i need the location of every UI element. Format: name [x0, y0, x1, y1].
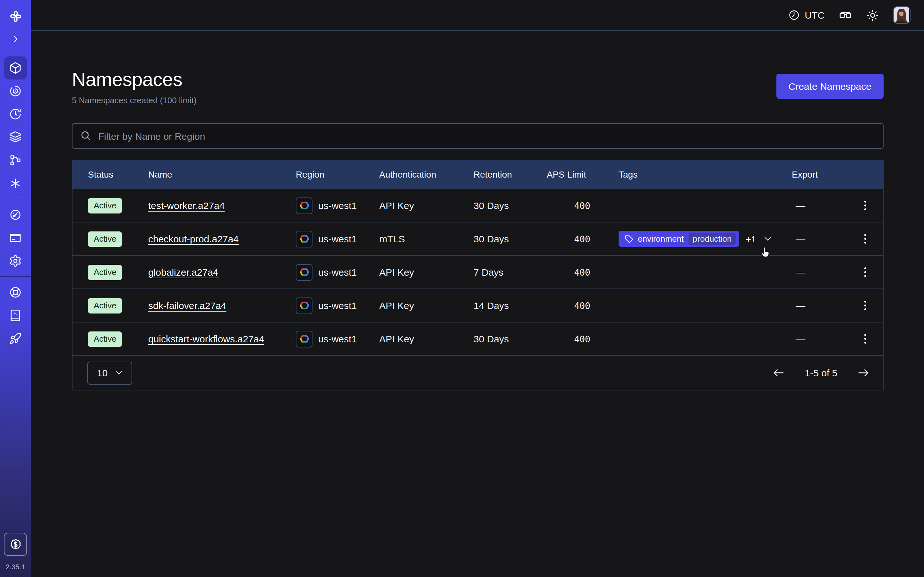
auth-value: API Key [379, 300, 473, 311]
tag-key: environment [638, 234, 684, 243]
sidebar-item-settings[interactable] [4, 250, 27, 272]
gcp-cloud-icon [296, 297, 312, 314]
namespaces-table: Status Name Region Authentication Retent… [72, 160, 884, 390]
deployments-layers-icon [9, 131, 22, 143]
user-avatar[interactable] [893, 6, 911, 24]
retention-value: 30 Days [473, 200, 547, 211]
billing-card-icon [9, 231, 22, 244]
sidebar-item-usage[interactable] [4, 203, 27, 226]
search-icon [79, 129, 92, 142]
row-actions-button[interactable] [858, 297, 873, 314]
namespace-count: 5 Namespaces created (100 limit) [72, 95, 197, 105]
sidebar-item-schedules[interactable] [4, 103, 27, 126]
tag-badge[interactable]: environment production [619, 231, 740, 247]
namespace-link[interactable]: checkout-prod.a27a4 [148, 234, 239, 244]
aps-value: 400 [547, 267, 619, 277]
sidebar-item-deployments[interactable] [4, 126, 27, 149]
export-value: — [792, 267, 850, 277]
table-row: Active checkout-prod.a27a4 us-west1 mTLS [73, 222, 883, 255]
workflows-spiral-icon [9, 85, 22, 97]
settings-gear-icon [9, 255, 22, 268]
table-row: Active quickstart-workflows.a27a4 us-wes… [73, 322, 883, 355]
sidebar-item-nexus[interactable] [4, 172, 27, 195]
row-actions-button[interactable] [858, 197, 873, 214]
export-value: — [792, 300, 850, 311]
support-lifebuoy-icon [9, 286, 22, 299]
table-row: Active globalizer.a27a4 us-west1 API Key [73, 255, 883, 288]
auth-value: API Key [379, 267, 473, 277]
region-label: us-west1 [318, 334, 357, 344]
aps-value: 400 [547, 334, 619, 344]
pricing-button[interactable] [4, 533, 27, 556]
getting-started-rocket-icon [9, 332, 22, 345]
col-status: Status [88, 169, 148, 179]
col-authentication: Authentication [379, 169, 473, 179]
col-region: Region [296, 169, 379, 179]
gcp-cloud-icon [296, 230, 312, 247]
sidebar-item-docs[interactable] [4, 304, 27, 327]
nexus-asterisk-icon [9, 177, 22, 190]
temporal-logo [8, 9, 23, 24]
batch-branch-icon [9, 154, 22, 167]
namespace-link[interactable]: sdk-failover.a27a4 [148, 300, 226, 311]
next-page-button[interactable] [854, 364, 873, 382]
sidebar-expand-button[interactable] [10, 33, 21, 45]
gcp-cloud-icon [296, 264, 312, 280]
docs-book-icon [9, 309, 22, 322]
tags-more-count: +1 [746, 234, 756, 244]
page-size-value: 10 [97, 367, 107, 378]
sidebar-item-getting-started[interactable] [4, 327, 27, 350]
col-aps-limit: APS Limit [547, 169, 619, 179]
app-root: 2.35.1 UTC [0, 0, 924, 577]
status-badge: Active [88, 298, 122, 313]
col-retention: Retention [473, 169, 547, 179]
create-namespace-button[interactable]: Create Namespace [776, 74, 884, 99]
aps-value: 400 [547, 200, 619, 211]
pricing-dollar-badge-icon [9, 538, 22, 551]
sidebar-item-billing[interactable] [4, 226, 27, 250]
sidebar-item-workflows[interactable] [4, 79, 27, 103]
sidebar-divider [0, 276, 31, 277]
accessibility-glasses-button[interactable] [838, 8, 852, 22]
table-header: Status Name Region Authentication Retent… [73, 160, 883, 189]
namespaces-cube-icon [9, 61, 22, 74]
sidebar-item-batch-operations[interactable] [4, 149, 27, 172]
retention-value: 14 Days [473, 300, 547, 311]
row-actions-button[interactable] [858, 230, 873, 248]
col-tags: Tags [619, 169, 792, 179]
sidebar-item-support[interactable] [4, 281, 27, 304]
app-version: 2.35.1 [5, 563, 25, 571]
col-name: Name [148, 169, 296, 179]
status-badge: Active [88, 264, 122, 280]
usage-gauge-icon [9, 208, 22, 221]
namespace-link[interactable]: test-worker.a27a4 [148, 200, 225, 211]
retention-value: 7 Days [473, 267, 547, 277]
export-value: — [792, 234, 850, 244]
status-badge: Active [88, 331, 122, 347]
timezone-selector[interactable]: UTC [788, 9, 825, 21]
tags-expand-chevron[interactable] [762, 234, 773, 244]
timezone-label: UTC [804, 10, 825, 21]
col-export: Export [792, 169, 850, 179]
tag-value: production [688, 233, 736, 245]
page-size-select[interactable]: 10 [87, 361, 132, 384]
status-badge: Active [88, 198, 122, 213]
prev-page-button[interactable] [769, 364, 788, 382]
schedules-timer-icon [9, 108, 22, 121]
theme-toggle-sun-button[interactable] [866, 9, 879, 21]
table-footer: 10 1-5 of 5 [73, 355, 883, 390]
row-actions-button[interactable] [858, 263, 873, 281]
region-label: us-west1 [318, 300, 357, 311]
table-row: Active test-worker.a27a4 us-west1 API Ke… [73, 189, 883, 222]
export-value: — [792, 334, 850, 344]
status-badge: Active [88, 231, 122, 247]
region-label: us-west1 [318, 200, 357, 211]
filter-input[interactable] [72, 123, 884, 149]
retention-value: 30 Days [473, 234, 547, 244]
namespace-link[interactable]: quickstart-workflows.a27a4 [148, 334, 264, 344]
namespace-link[interactable]: globalizer.a27a4 [148, 267, 218, 277]
row-actions-button[interactable] [858, 330, 873, 348]
region-label: us-west1 [318, 234, 357, 244]
sidebar-item-namespaces[interactable] [4, 56, 27, 79]
auth-value: mTLS [379, 234, 473, 244]
